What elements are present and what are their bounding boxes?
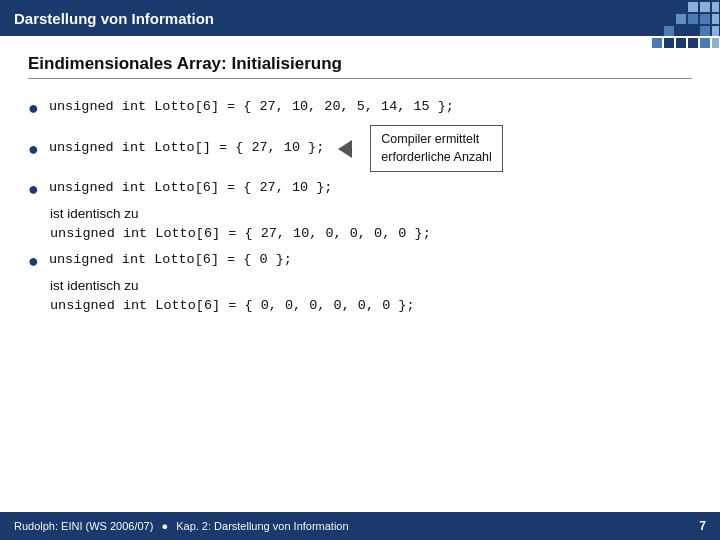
svg-rect-16 <box>700 38 710 48</box>
code-text-1: unsigned int Lotto[6] = { 27, 10, 20, 5,… <box>49 97 454 117</box>
code-line-2: ● unsigned int Lotto[] = { 27, 10 }; <box>28 138 324 160</box>
callout-text: Compiler ermittelt erforderliche Anzahl <box>381 132 491 164</box>
identisch-code-1: unsigned int Lotto[6] = { 27, 10, 0, 0, … <box>50 224 692 244</box>
svg-rect-17 <box>712 38 719 48</box>
svg-rect-1 <box>700 2 710 12</box>
svg-rect-15 <box>688 38 698 48</box>
footer-page: 7 <box>699 519 706 533</box>
code-text-4: unsigned int Lotto[6] = { 0 }; <box>49 250 292 270</box>
identisch-code-2: unsigned int Lotto[6] = { 0, 0, 0, 0, 0,… <box>50 296 692 316</box>
svg-rect-10 <box>700 26 710 36</box>
svg-rect-3 <box>676 14 686 24</box>
header-title: Darstellung von Information <box>14 10 214 27</box>
bullet-1: ● <box>28 98 39 119</box>
svg-rect-6 <box>712 14 719 24</box>
code-line-1: ● unsigned int Lotto[6] = { 27, 10, 20, … <box>28 97 692 119</box>
code-line-2-row: ● unsigned int Lotto[] = { 27, 10 }; Com… <box>28 125 692 172</box>
svg-rect-12 <box>652 38 662 48</box>
svg-rect-7 <box>664 26 674 36</box>
footer-chapter: Kap. 2: Darstellung von Information <box>176 520 348 532</box>
bullet-2: ● <box>28 139 39 160</box>
svg-rect-11 <box>712 26 719 36</box>
svg-rect-5 <box>700 14 710 24</box>
callout-box: Compiler ermittelt erforderliche Anzahl <box>370 125 502 172</box>
svg-rect-9 <box>688 26 698 36</box>
svg-rect-14 <box>676 38 686 48</box>
section-title: Eindimensionales Array: Initialisierung <box>28 54 692 79</box>
bullet-4: ● <box>28 251 39 272</box>
identisch-label-1: ist identisch zu <box>50 206 692 221</box>
logo-area <box>650 0 720 60</box>
header-bar: Darstellung von Information <box>0 0 720 36</box>
footer-text: Rudolph: EINI (WS 2006/07) ● Kap. 2: Dar… <box>14 520 349 532</box>
svg-rect-13 <box>664 38 674 48</box>
svg-rect-0 <box>688 2 698 12</box>
svg-rect-4 <box>688 14 698 24</box>
footer-bullet: ● <box>161 520 171 532</box>
svg-rect-2 <box>712 2 719 12</box>
callout-arrow <box>338 140 352 158</box>
footer-author: Rudolph: EINI (WS 2006/07) <box>14 520 153 532</box>
main-content: Eindimensionales Array: Initialisierung … <box>0 36 720 333</box>
bullet-3: ● <box>28 179 39 200</box>
code-text-3: unsigned int Lotto[6] = { 27, 10 }; <box>49 178 333 198</box>
code-line-3: ● unsigned int Lotto[6] = { 27, 10 }; <box>28 178 692 200</box>
code-line-4: ● unsigned int Lotto[6] = { 0 }; <box>28 250 692 272</box>
svg-rect-8 <box>676 26 686 36</box>
footer: Rudolph: EINI (WS 2006/07) ● Kap. 2: Dar… <box>0 512 720 540</box>
code-text-2: unsigned int Lotto[] = { 27, 10 }; <box>49 138 324 158</box>
identisch-label-2: ist identisch zu <box>50 278 692 293</box>
